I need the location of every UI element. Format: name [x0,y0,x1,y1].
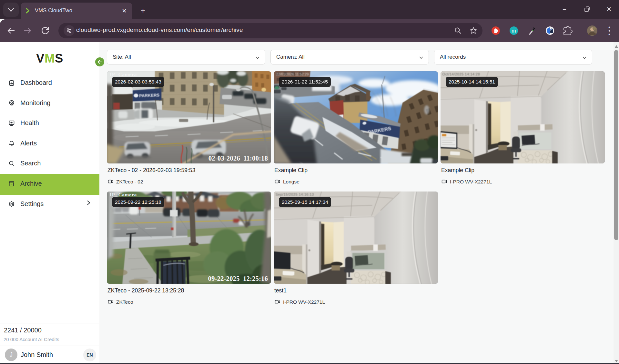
svg-text:Oct/14/2025 14:14:28: Oct/14/2025 14:14:28 [442,72,480,76]
svg-text:PARKERS: PARKERS [139,93,160,98]
svg-text:Sep/15/2025 14:16:13: Sep/15/2025 14:16:13 [276,192,314,196]
svg-text:22/01/2026 11:52:29: 22/01/2026 11:52:29 [276,72,309,76]
svg-text:m: m [512,28,516,34]
